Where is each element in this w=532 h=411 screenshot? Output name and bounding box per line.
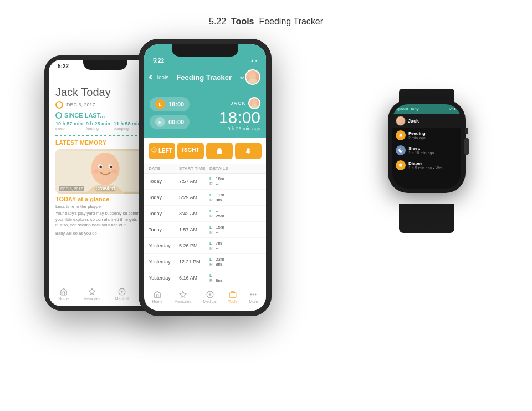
right-nav-medical[interactable]: Medical <box>203 291 216 303</box>
right-action-button[interactable]: RIGHT <box>177 143 204 159</box>
th-start: Start Time <box>179 166 209 171</box>
memory-caption: Crawled <box>95 186 115 191</box>
watch-button <box>465 128 468 134</box>
svg-marker-9 <box>89 288 95 295</box>
svg-point-30 <box>255 294 257 295</box>
memory-date-overlay: DEC 6, 2017 <box>59 186 84 191</box>
watch-band-bottom <box>399 204 454 233</box>
scene: 5.22 Tools Feeding Tracker 5:22 Jack Tod… <box>0 0 532 411</box>
watch-crown <box>464 138 469 155</box>
check-icon <box>151 147 157 153</box>
table-row[interactable]: Yesterday 12:21 PM L23m R8m <box>144 254 266 270</box>
table-row[interactable]: Today 1:57 AM L15m R-- <box>144 222 266 238</box>
svg-point-28 <box>250 294 252 295</box>
svg-rect-19 <box>218 148 221 149</box>
watch-item-sleep[interactable]: Sleep 1 h 10 min ago <box>392 143 461 158</box>
watch-time: 2:38 <box>449 106 458 111</box>
app-header: Tools Feeding Tracker <box>144 65 266 94</box>
avatar-svg <box>246 70 259 84</box>
right-nav-memories[interactable]: Memories <box>175 291 192 303</box>
feeding-icon <box>396 130 406 140</box>
left-timer-btn[interactable]: L 18:00 <box>150 97 190 111</box>
svg-point-2 <box>91 153 119 185</box>
right-bottom-nav: Home Memories Medical Tools More <box>144 283 266 311</box>
watch-sleep-sub: 1 h 10 min ago <box>408 151 434 155</box>
right-status-time: 5:22 <box>153 58 164 64</box>
left-nav-memories-label: Memories <box>83 297 100 301</box>
table-header: Date Start Time Details <box>144 164 266 174</box>
timer-icon <box>55 112 62 119</box>
table-row[interactable]: Today 5:29 AM L11m R9m <box>144 190 266 206</box>
svg-point-17 <box>251 104 258 109</box>
watch-baby-name: Jack <box>408 118 419 124</box>
big-time-area: JACK 18:00 9 h 25 min ago <box>194 97 260 131</box>
svg-marker-23 <box>180 291 186 297</box>
right-phone-notch <box>172 44 238 57</box>
chevron-down-icon <box>240 75 244 79</box>
star-icon <box>88 288 96 296</box>
more-icon-right <box>249 291 257 298</box>
wifi-icon: ▲ <box>250 58 254 63</box>
left-action-button[interactable]: LEFT <box>149 143 175 159</box>
medical-icon-right <box>206 291 214 298</box>
timer-buttons: L 18:00 R 00:00 <box>150 97 190 129</box>
watch-sleep-title: Sleep <box>408 146 434 151</box>
header-dropdown[interactable] <box>239 69 260 85</box>
back-label: Tools <box>156 74 168 80</box>
watch-diaper-sub: 1 h 5 min ago • Wet <box>408 166 442 170</box>
svg-point-31 <box>400 134 402 135</box>
watch-app-name: Sprout Baby <box>396 107 419 111</box>
watch-item-feeding[interactable]: Feeding 2 min ago <box>392 128 461 143</box>
left-phone-notch <box>83 60 127 70</box>
bottle-button[interactable] <box>206 143 233 159</box>
svg-rect-20 <box>219 150 220 150</box>
table-row[interactable]: Today 3:42 AM L-- R25m <box>144 206 266 222</box>
table-row[interactable]: Today 7:57 AM L18m R-- <box>144 174 266 190</box>
stat-feeding: 9 h 25 min feeding <box>86 121 110 130</box>
home-icon-right <box>154 291 161 298</box>
right-phone: 5:22 ▲ ▪ Tools Feeding Tracker <box>139 39 272 316</box>
right-timer-btn[interactable]: R 00:00 <box>150 115 190 129</box>
right-phone-screen: 5:22 ▲ ▪ Tools Feeding Tracker <box>139 39 272 316</box>
chevron-left-icon <box>149 75 154 79</box>
svg-point-29 <box>253 294 254 295</box>
right-nav-more[interactable]: More <box>249 291 258 303</box>
action-buttons: LEFT RIGHT <box>144 138 266 164</box>
sleep-icon <box>396 145 406 155</box>
watch-screen: Sprout Baby 2:38 Jack Feeding 2 min ago <box>392 104 461 189</box>
left-timer-time: 18:00 <box>168 101 184 108</box>
battery-icon: ▪ <box>255 58 257 63</box>
svg-point-7 <box>93 169 99 173</box>
pump-button[interactable] <box>235 143 262 159</box>
header-top: Tools Feeding Tracker <box>150 69 260 85</box>
diaper-icon <box>396 160 406 170</box>
feed-table: Date Start Time Details Today 7:57 AM L1… <box>144 164 266 286</box>
jack-avatar-svg <box>249 98 259 108</box>
tools-icon-right <box>229 291 237 298</box>
svg-point-15 <box>248 78 257 84</box>
header-title: Feeding Tracker <box>176 73 232 82</box>
jack-avatar <box>248 97 260 109</box>
svg-point-5 <box>99 165 102 168</box>
back-button[interactable]: Tools <box>150 74 168 80</box>
left-nav-home[interactable]: Home <box>58 288 69 301</box>
watch-header: Sprout Baby 2:38 <box>392 104 461 114</box>
left-nav-memories[interactable]: Memories <box>83 288 100 301</box>
jack-label: JACK <box>194 97 260 109</box>
title-prefix: 5.22 <box>209 17 226 26</box>
watch-feeding-title: Feeding <box>408 131 426 136</box>
svg-point-6 <box>110 165 112 168</box>
left-nav-medical[interactable]: Medical <box>115 288 129 301</box>
watch-body: Sprout Baby 2:38 Jack Feeding 2 min ago <box>388 100 466 193</box>
stat-sleep: 10 h 57 min sleep <box>55 121 83 130</box>
pump-icon <box>244 147 252 155</box>
sun-icon <box>55 101 63 109</box>
right-nav-home[interactable]: Home <box>152 291 163 303</box>
scene-title: 5.22 Tools Feeding Tracker <box>209 17 323 27</box>
watch-avatar <box>396 116 406 126</box>
right-nav-tools[interactable]: Tools <box>228 291 237 303</box>
watch-item-diaper[interactable]: Diaper 1 h 5 min ago • Wet <box>392 158 461 172</box>
left-circle: L <box>155 99 165 109</box>
table-row[interactable]: Yesterday 5:26 PM L7m R-- <box>144 238 266 254</box>
title-suffix: Feeding Tracker <box>259 17 323 26</box>
